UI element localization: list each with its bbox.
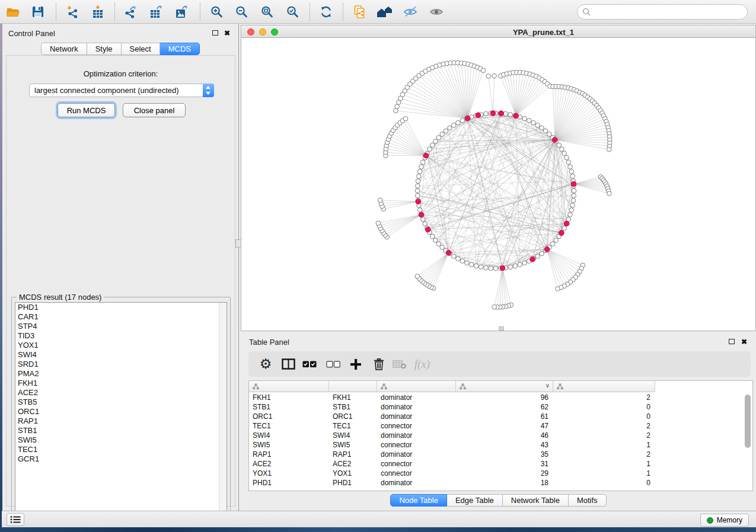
graph-node[interactable]: [433, 139, 438, 144]
graph-dominator-node[interactable]: [500, 265, 505, 271]
column-header-MCDS-role[interactable]: [377, 381, 456, 392]
graph-node[interactable]: [420, 217, 425, 222]
graph-dominator-node[interactable]: [476, 113, 481, 118]
column-header-shared-name[interactable]: [249, 381, 329, 392]
mcds-result-item[interactable]: TEC1: [15, 445, 227, 454]
mcds-result-item[interactable]: RAP1: [15, 416, 227, 426]
table-cell[interactable]: 43: [456, 440, 553, 450]
mcds-result-item[interactable]: PMA2: [15, 369, 227, 379]
table-scrollbar-thumb[interactable]: [745, 395, 751, 448]
graph-node[interactable]: [417, 169, 422, 174]
table-cell[interactable]: 0: [553, 402, 655, 412]
mcds-list-scrollbar[interactable]: [219, 303, 227, 513]
mcds-result-item[interactable]: STB5: [15, 398, 227, 407]
tab-mcds[interactable]: MCDS: [160, 43, 200, 55]
graph-node[interactable]: [433, 238, 438, 243]
mcds-result-item[interactable]: SRD1: [15, 360, 227, 369]
table-cell[interactable]: ORC1: [329, 412, 377, 421]
graph-node[interactable]: [543, 129, 548, 133]
table-cell[interactable]: 31: [456, 459, 553, 469]
mcds-result-item[interactable]: GCR1: [15, 454, 227, 464]
mcds-result-item[interactable]: CAR1: [15, 312, 227, 322]
column-header-predecessor-nodes[interactable]: [553, 381, 655, 392]
graph-node[interactable]: [486, 74, 491, 79]
graph-node[interactable]: [403, 117, 408, 121]
close-panel-button[interactable]: Close panel: [123, 103, 186, 117]
mcds-result-item[interactable]: STP4: [15, 322, 227, 331]
graph-node[interactable]: [436, 136, 441, 140]
graph-node[interactable]: [522, 261, 527, 265]
table-cell[interactable]: dominator: [377, 412, 456, 421]
graph-node[interactable]: [568, 165, 573, 169]
column-header-successor-nodes[interactable]: ∨: [456, 381, 553, 392]
graph-node[interactable]: [479, 265, 483, 270]
table-cell[interactable]: FKH1: [329, 393, 377, 402]
graph-node[interactable]: [465, 261, 470, 265]
table-cell[interactable]: 2: [553, 421, 655, 431]
tab-network-table[interactable]: Network Table: [503, 494, 569, 507]
table-cell[interactable]: ACE2: [329, 459, 377, 469]
graph-node[interactable]: [415, 274, 420, 279]
hide-details-button[interactable]: [400, 2, 420, 21]
graph-node[interactable]: [484, 111, 489, 116]
graph-dominator-node[interactable]: [513, 113, 519, 118]
table-cell[interactable]: 29: [456, 469, 553, 478]
graph-node[interactable]: [423, 222, 428, 226]
task-history-button[interactable]: [7, 513, 24, 526]
save-session-button[interactable]: [28, 2, 48, 21]
zoom-selected-button[interactable]: [282, 2, 302, 21]
graph-node[interactable]: [572, 193, 576, 198]
graph-node[interactable]: [440, 245, 445, 250]
graph-node[interactable]: [564, 155, 569, 160]
graph-dominator-node[interactable]: [552, 137, 557, 143]
table-scrollbar[interactable]: [744, 393, 751, 489]
table-cell[interactable]: 96: [456, 393, 553, 402]
table-cell[interactable]: 1: [553, 459, 655, 469]
tab-motifs[interactable]: Motifs: [569, 494, 607, 507]
run-mcds-button[interactable]: Run MCDS: [58, 103, 115, 117]
graph-node[interactable]: [571, 198, 576, 203]
table-cell[interactable]: 0: [553, 412, 655, 421]
graph-node[interactable]: [570, 174, 575, 179]
graph-node[interactable]: [572, 188, 576, 193]
table-cell[interactable]: ORC1: [249, 412, 329, 421]
graph-dominator-node[interactable]: [465, 116, 470, 121]
mcds-result-list[interactable]: PHD1CAR1STP4TID3YOX1SWI4SRD1PMA2FKH1ACE2…: [15, 302, 227, 514]
table-cell[interactable]: 2: [553, 450, 655, 459]
graph-node[interactable]: [484, 265, 489, 270]
graph-dominator-node[interactable]: [499, 111, 504, 116]
graph-node[interactable]: [436, 242, 441, 246]
close-table-panel-icon[interactable]: ✖: [741, 339, 747, 345]
graph-node[interactable]: [417, 174, 422, 179]
tab-edge-table[interactable]: Edge Table: [447, 494, 503, 507]
graph-node[interactable]: [508, 113, 513, 117]
graph-node[interactable]: [428, 147, 432, 152]
open-session-button[interactable]: [3, 2, 23, 21]
graph-node[interactable]: [489, 266, 493, 271]
graph-node[interactable]: [566, 160, 571, 165]
network-splitter-grip[interactable]: [499, 326, 504, 331]
graph-node[interactable]: [569, 169, 574, 174]
graph-node[interactable]: [415, 184, 420, 188]
function-builder-button[interactable]: f(x): [412, 351, 432, 377]
table-cell[interactable]: TEC1: [329, 421, 377, 431]
graph-node[interactable]: [444, 129, 448, 133]
graph-dominator-node[interactable]: [419, 212, 424, 217]
graph-node[interactable]: [469, 262, 474, 267]
table-cell[interactable]: 61: [456, 412, 553, 421]
network-window-titlebar[interactable]: YPA_prune.txt_1: [241, 25, 756, 38]
table-cell[interactable]: YOX1: [329, 469, 377, 478]
graph-node[interactable]: [531, 120, 536, 125]
graph-node[interactable]: [420, 160, 425, 165]
mcds-result-item[interactable]: YOX1: [15, 341, 227, 350]
add-column-button[interactable]: [346, 351, 366, 377]
table-cell[interactable]: 62: [456, 402, 553, 412]
graph-node[interactable]: [460, 118, 465, 123]
deselect-all-button[interactable]: [323, 351, 343, 377]
table-cell[interactable]: connector: [377, 469, 456, 478]
table-cell[interactable]: 47: [456, 421, 553, 431]
table-cell[interactable]: ACE2: [249, 459, 329, 469]
table-settings-button[interactable]: ⚙: [256, 351, 276, 377]
export-table-button[interactable]: [146, 2, 166, 21]
graph-node[interactable]: [607, 191, 612, 196]
